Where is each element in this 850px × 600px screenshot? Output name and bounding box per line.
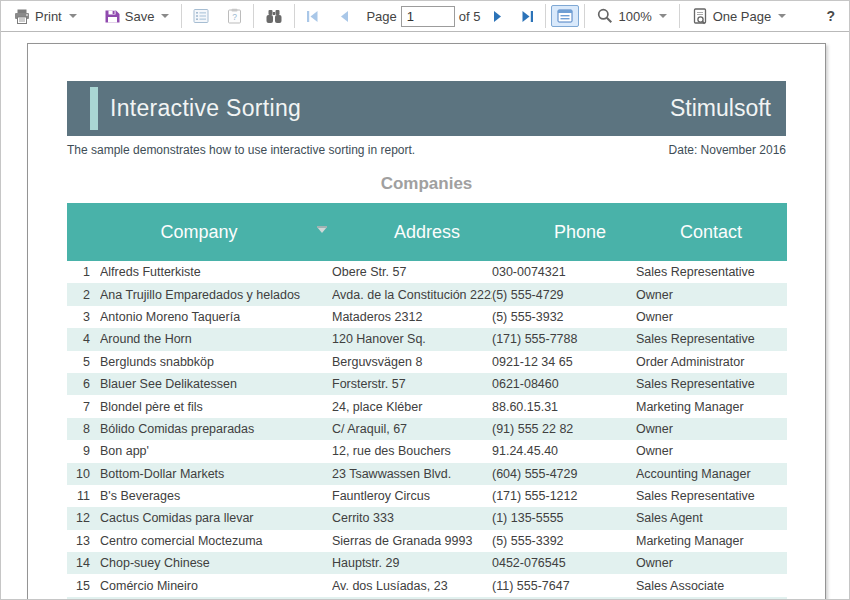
table-row: 14 Chop-suey Chinese Hauptstr. 29 0452-0…	[67, 552, 787, 574]
cell-company: Bon app'	[100, 444, 332, 458]
cell-address: 23 Tsawwassen Blvd.	[332, 467, 492, 481]
row-number: 10	[67, 467, 100, 481]
row-number: 15	[67, 579, 100, 593]
print-button[interactable]: Print	[7, 5, 84, 28]
cell-address: 24, place Kléber	[332, 400, 492, 414]
cell-company: Around the Horn	[100, 332, 332, 346]
column-header-address[interactable]: Address	[394, 222, 460, 243]
cell-phone: 0921-12 34 65	[492, 355, 636, 369]
report-page: Interactive Sorting Stimulsoft The sampl…	[27, 43, 826, 600]
bookmarks-button[interactable]	[187, 4, 215, 28]
page-count-label: of 5	[459, 9, 481, 24]
first-page-button[interactable]	[300, 6, 325, 27]
view-mode-button[interactable]: One Page	[685, 4, 794, 29]
table-row: 12 Cactus Comidas para llevar Cerrito 33…	[67, 507, 787, 529]
table-row: 5 Berglunds snabbköp Berguvsvägen 8 0921…	[67, 351, 787, 373]
cell-contact: Owner	[636, 310, 787, 324]
parameters-button[interactable]: ?	[221, 4, 248, 28]
cell-address: Hauptstr. 29	[332, 556, 492, 570]
column-header-phone[interactable]: Phone	[554, 222, 606, 243]
cell-phone: (5) 555-4729	[492, 288, 636, 302]
table-row: 3 Antonio Moreno Taquería Mataderos 2312…	[67, 306, 787, 328]
toolbar-separator	[545, 4, 546, 28]
next-page-button[interactable]	[486, 6, 509, 27]
cell-company: Alfreds Futterkiste	[100, 265, 332, 279]
table-body: 1 Alfreds Futterkiste Obere Str. 57 030-…	[67, 261, 787, 597]
save-button-label: Save	[125, 9, 155, 24]
last-page-button[interactable]	[515, 6, 540, 27]
cell-company: Blondel père et fils	[100, 400, 332, 414]
table-row: 10 Bottom-Dollar Markets 23 Tsawwassen B…	[67, 463, 787, 485]
chevron-down-icon	[161, 14, 169, 18]
cell-phone: (5) 555-3392	[492, 534, 636, 548]
report-date: Date: November 2016	[669, 143, 786, 157]
cell-address: Berguvsvägen 8	[332, 355, 492, 369]
cell-company: Cactus Comidas para llevar	[100, 511, 332, 525]
cell-address: Forsterstr. 57	[332, 377, 492, 391]
cell-phone: (604) 555-4729	[492, 467, 636, 481]
row-number: 13	[67, 534, 100, 548]
viewer-content: Interactive Sorting Stimulsoft The sampl…	[1, 32, 850, 600]
table-row: 11 B's Beverages Fauntleroy Circus (171)…	[67, 485, 787, 507]
cell-company: Berglunds snabbköp	[100, 355, 332, 369]
cell-company: Bólido Comidas preparadas	[100, 422, 332, 436]
table-row: 15 Comércio Mineiro Av. dos Lusíadas, 23…	[67, 574, 787, 596]
find-button[interactable]	[259, 5, 289, 28]
cell-phone: (1) 135-5555	[492, 511, 636, 525]
page-number-input[interactable]	[401, 6, 455, 27]
table-row: 6 Blauer See Delikatessen Forsterstr. 57…	[67, 373, 787, 395]
report-title: Interactive Sorting	[110, 95, 301, 122]
toolbar-separator	[253, 4, 254, 28]
table-row: 4 Around the Horn 120 Hanover Sq. (171) …	[67, 328, 787, 350]
last-page-icon	[521, 10, 534, 23]
table-title: Companies	[67, 174, 786, 194]
svg-text:?: ?	[233, 12, 238, 22]
printer-icon	[14, 9, 30, 24]
save-button[interactable]: Save	[98, 5, 177, 28]
report-viewer: Print Save ?	[0, 0, 850, 600]
parameters-icon: ?	[227, 8, 242, 24]
bookmarks-icon	[193, 8, 209, 24]
row-number: 8	[67, 422, 100, 436]
toolbar-separator	[294, 4, 295, 28]
cell-company: Chop-suey Chinese	[100, 556, 332, 570]
row-number: 12	[67, 511, 100, 525]
first-page-icon	[306, 10, 319, 23]
cell-contact: Owner	[636, 556, 787, 570]
toolbar-separator	[584, 4, 585, 28]
table-row: 9 Bon app' 12, rue des Bouchers 91.24.45…	[67, 440, 787, 462]
cell-phone: 0621-08460	[492, 377, 636, 391]
toolbar-separator	[679, 4, 680, 28]
column-header-contact[interactable]: Contact	[680, 222, 742, 243]
chevron-down-icon	[69, 14, 77, 18]
prev-page-button[interactable]	[333, 6, 356, 27]
brand-label: Stimulsoft	[670, 95, 771, 122]
chevron-down-icon	[778, 14, 786, 18]
header-accent-bar	[90, 87, 98, 130]
fullscreen-button[interactable]	[551, 5, 579, 27]
cell-contact: Marketing Manager	[636, 400, 787, 414]
cell-company: B's Beverages	[100, 489, 332, 503]
cell-phone: (91) 555 22 82	[492, 422, 636, 436]
save-floppy-icon	[105, 9, 120, 24]
find-binoculars-icon	[265, 9, 283, 24]
row-number: 4	[67, 332, 100, 346]
cell-phone: 88.60.15.31	[492, 400, 636, 414]
cell-address: Av. dos Lusíadas, 23	[332, 579, 492, 593]
table-header-row: Company Address Phone Contact	[67, 203, 787, 261]
toolbar-separator	[181, 4, 182, 28]
cell-contact: Sales Representative	[636, 332, 787, 346]
table-row: 2 Ana Trujillo Emparedados y helados Avd…	[67, 283, 787, 305]
zoom-button[interactable]: 100%	[590, 4, 673, 28]
cell-phone: (171) 555-1212	[492, 489, 636, 503]
help-button[interactable]: ?	[826, 8, 843, 24]
cell-contact: Sales Representative	[636, 377, 787, 391]
cell-address: Fauntleroy Circus	[332, 489, 492, 503]
cell-contact: Accounting Manager	[636, 467, 787, 481]
cell-contact: Order Administrator	[636, 355, 787, 369]
column-header-company[interactable]: Company	[160, 222, 237, 243]
cell-address: Cerrito 333	[332, 511, 492, 525]
cell-company: Comércio Mineiro	[100, 579, 332, 593]
cell-contact: Owner	[636, 444, 787, 458]
view-mode-label: One Page	[713, 9, 772, 24]
